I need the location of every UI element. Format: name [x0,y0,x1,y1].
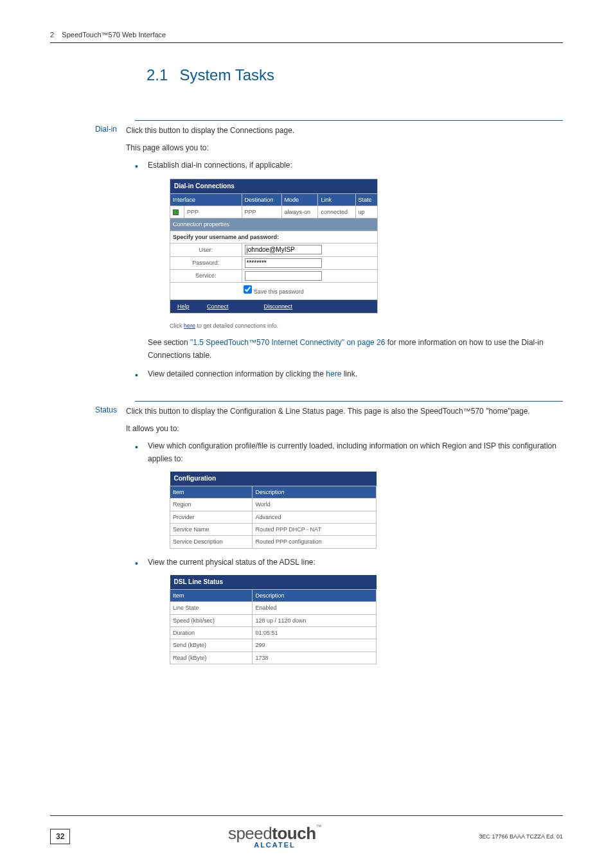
config-r3c0: Service Description [170,536,253,548]
config-r2c0: Service Name [170,523,253,535]
see-link[interactable]: "1.5 SpeedTouch™570 Internet Connectivit… [190,338,385,347]
connection-properties-bar: Connection properties [170,218,378,231]
dialin-bullet-1-text: Establish dial-in connections, if applic… [148,161,292,170]
td-mode: always-on [281,206,318,218]
logo-bold: touch [272,824,315,843]
th-mode: Mode [281,193,318,206]
config-r0c0: Region [170,499,253,511]
connect-link[interactable]: Connect [207,303,229,310]
dsl-r4c1: 1738 [253,651,377,664]
dsl-status-table: DSL Line Status Item Description Line St… [170,575,377,664]
dsl-r1c0: Speed (kbit/sec) [170,614,253,626]
dialin-intro: Click this button to display the Connect… [126,125,563,137]
config-title: Configuration [170,472,377,486]
dsl-r0c0: Line State [170,602,253,614]
config-th-desc: Description [253,486,377,498]
caption-here-link[interactable]: here [184,323,195,329]
header-chapter-title: SpeedTouch™570 Web Interface [62,31,166,39]
see-section-para: See section "1.5 SpeedTouch™570 Internet… [148,337,563,361]
status-intro: Click this button to display the Configu… [126,405,563,418]
th-destination: Destination [242,193,281,206]
title-text: System Tasks [179,66,274,84]
dialin-caption: Click here to get detailed connections i… [170,321,563,330]
td-link: connected [318,206,355,218]
title-number: 2.1 [147,66,168,84]
save-password-checkbox[interactable] [244,285,252,294]
password-cell [242,256,377,269]
status-bullet-1: View which configuration profile/file is… [126,440,563,548]
dsl-title: DSL Line Status [170,575,377,590]
status-bullet-2: View the current physical status of the … [126,556,563,665]
td-interface: PPP [184,206,242,218]
bullet2-here-link[interactable]: here [326,369,341,378]
logo-sub: ALCATEL [70,841,479,849]
user-input[interactable] [245,245,322,254]
th-link: Link [318,193,355,206]
logo-tm: ™ [316,824,322,830]
dialin-allows: This page allows you to: [126,142,563,154]
help-link[interactable]: Help [177,303,190,310]
service-label: Service: [170,269,242,282]
running-header: 2 SpeedTouch™570 Web Interface [50,31,563,39]
bullet2-suffix: link. [341,369,357,378]
dialin-table-title: Dial-in Connections [170,179,378,193]
action-bar: Help Connect Disconnect [170,299,378,313]
config-th-item: Item [170,486,253,498]
th-state: State [355,193,378,206]
config-r3c1: Routed PPP configuration [253,536,377,548]
dialin-bullet-1: Establish dial-in connections, if applic… [126,159,563,361]
td-destination: PPP [242,206,281,218]
td-state: up [355,206,378,218]
status-allows: It allows you to: [126,423,563,435]
config-r2c1: Routed PPP DHCP - NAT [253,523,377,535]
configuration-table: Configuration Item Description RegionWor… [170,472,377,549]
status-indicator-icon [173,209,179,215]
password-label: Password: [170,256,242,269]
status-body: Click this button to display the Configu… [126,405,563,672]
see-prefix: See section [148,338,190,347]
dsl-r3c1: 299 [253,639,377,651]
dialin-figure: Dial-in Connections Interface Destinatio… [170,179,563,314]
speedtouch-logo: speedtouch™ ALCATEL [70,824,479,849]
page-footer: 32 speedtouch™ ALCATEL 3EC 17766 BAAA TC… [50,815,563,849]
th-interface: Interface [170,193,242,206]
config-r1c0: Provider [170,511,253,523]
service-input[interactable] [245,271,322,281]
section-title: 2.1 System Tasks [147,66,563,84]
dialin-bullets: Establish dial-in connections, if applic… [126,159,563,380]
dsl-r0c1: Enabled [253,602,377,614]
header-chapter-num: 2 [50,31,54,39]
dsl-figure: DSL Line Status Item Description Line St… [170,575,563,664]
header-divider [50,42,563,43]
doc-code: 3EC 17766 BAAA TCZZA Ed. 01 [479,833,563,840]
dsl-r4c0: Read (kByte) [170,651,253,664]
specify-bar: Specify your username and password: [170,231,378,243]
service-cell [242,269,377,282]
disconnect-link[interactable]: Disconnect [264,303,293,310]
dsl-th-item: Item [170,589,253,601]
status-bullet-2-text: View the current physical status of the … [148,558,315,567]
dialin-connections-table: Dial-in Connections Interface Destinatio… [170,179,378,314]
dsl-r3c0: Send (kByte) [170,639,253,651]
config-r1c1: Advanced [253,511,377,523]
status-bullets: View which configuration profile/file is… [126,440,563,664]
dsl-r2c0: Duration [170,627,253,639]
dialin-body: Click this button to display the Connect… [126,125,563,387]
user-cell [242,244,377,256]
dialin-section: Dial-in Click this button to display the… [135,120,563,387]
status-dot-cell [170,206,184,218]
dsl-th-desc: Description [253,589,377,601]
dialin-bullet-2: View detailed connection information by … [126,368,563,380]
document-page: 2 SpeedTouch™570 Web Interface 2.1 Syste… [0,0,613,672]
page-number: 32 [50,829,70,844]
save-password-row: Save this password [170,283,378,299]
dsl-r1c1: 128 up / 1120 down [253,614,377,626]
status-label: Status [76,405,126,672]
dsl-r2c1: 01:05:51 [253,627,377,639]
logo-light: speed [228,824,272,843]
caption-prefix: Click [170,323,184,329]
config-r0c1: World [253,499,377,511]
password-input[interactable] [245,258,322,268]
bullet2-prefix: View detailed connection information by … [148,369,326,378]
dialin-label: Dial-in [76,125,126,387]
